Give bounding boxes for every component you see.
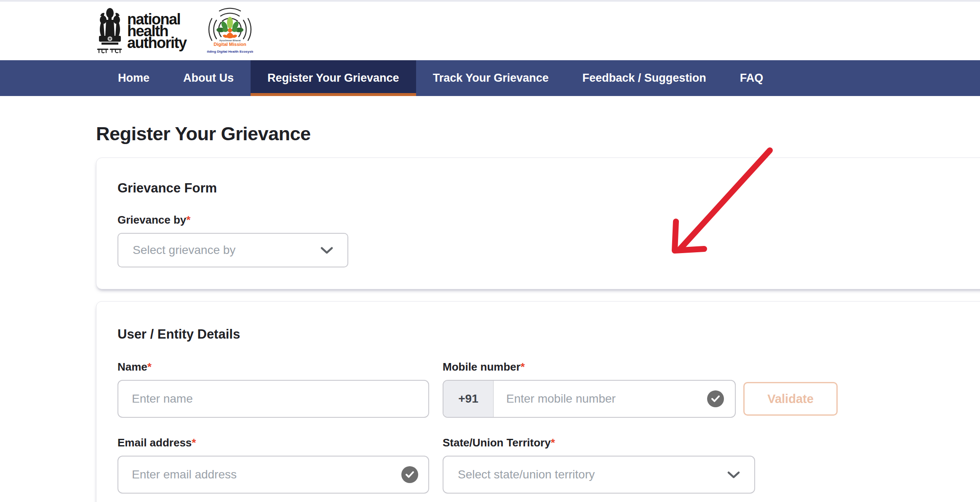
email-label: Email address*	[117, 436, 429, 449]
name-field-group: Name*	[117, 360, 429, 418]
nav-item-label: About Us	[183, 72, 234, 85]
required-asterisk: *	[521, 360, 525, 373]
nav-item-home[interactable]: Home	[101, 60, 166, 96]
grievance-by-label: Grievance by*	[117, 214, 980, 227]
mobile-input-group: +91	[443, 380, 736, 418]
email-field-group: Email address*	[117, 436, 429, 494]
mobile-number-input[interactable]	[494, 381, 735, 417]
nav-item-register-your-grievance[interactable]: Register Your Grievance	[251, 60, 416, 96]
grievance-by-select[interactable]: Select grievance by	[117, 233, 348, 267]
email-input-wrap	[117, 456, 429, 494]
abdm-title2-text: Digital Mission	[214, 42, 246, 47]
user-entity-heading: User / Entity Details	[117, 327, 980, 342]
state-select[interactable]: Select state/union territory	[443, 456, 755, 494]
name-input[interactable]	[117, 380, 429, 418]
site-header: national health authority	[0, 2, 980, 60]
nav-item-about-us[interactable]: About Us	[166, 60, 251, 96]
nha-wordmark-line3: authority	[127, 37, 187, 49]
state-label-text: State/Union Territory	[443, 436, 551, 449]
abdm-logo-icon[interactable]: Ayushman Bharat Digital Mission Building…	[207, 6, 253, 56]
grievance-by-select-placeholder: Select grievance by	[133, 243, 235, 257]
chevron-down-icon	[727, 471, 740, 478]
grievance-by-label-text: Grievance by	[117, 214, 186, 226]
grievance-form-card: Grievance Form Grievance by* Select grie…	[96, 158, 980, 289]
check-icon	[707, 390, 724, 407]
nav-item-label: Track Your Grievance	[433, 72, 549, 85]
required-asterisk: *	[192, 436, 196, 449]
email-label-text: Email address	[117, 436, 192, 449]
chevron-down-icon	[320, 247, 333, 254]
nav-item-faq[interactable]: FAQ	[723, 60, 780, 96]
grievance-form-heading: Grievance Form	[117, 181, 980, 196]
name-input-wrap	[117, 380, 429, 418]
india-emblem-icon	[96, 5, 124, 57]
form-row-1: Name* Mobile number* +91 Validate	[117, 360, 980, 418]
nav-item-label: Home	[118, 72, 150, 85]
name-label-text: Name	[117, 360, 147, 373]
email-input[interactable]	[117, 456, 429, 494]
nav-item-track-your-grievance[interactable]: Track Your Grievance	[416, 60, 566, 96]
form-row-2: Email address* State/Union Territory* Se…	[117, 436, 980, 494]
nav-item-label: Register Your Grievance	[267, 72, 399, 85]
nav-item-feedback-suggestion[interactable]: Feedback / Suggestion	[566, 60, 723, 96]
mobile-prefix: +91	[443, 381, 494, 417]
nha-wordmark: national health authority	[127, 13, 187, 49]
check-icon	[401, 466, 418, 483]
state-field-group: State/Union Territory* Select state/unio…	[443, 436, 755, 494]
main-nav: Home About Us Register Your Grievance Tr…	[0, 60, 980, 96]
required-asterisk: *	[186, 214, 190, 226]
required-asterisk: *	[147, 360, 152, 373]
main-content: Register Your Grievance Grievance Form G…	[0, 123, 980, 502]
user-entity-card: User / Entity Details Name* Mobile numbe…	[96, 301, 980, 502]
required-asterisk: *	[551, 436, 555, 449]
page-title: Register Your Grievance	[96, 123, 980, 145]
mobile-number-label: Mobile number*	[443, 360, 838, 374]
abdm-subtitle-text: Building Digital Health Ecosystem	[207, 50, 253, 53]
mobile-field-group: Mobile number* +91 Validate	[443, 360, 838, 418]
name-label: Name*	[117, 360, 429, 374]
state-label: State/Union Territory*	[443, 436, 755, 449]
mobile-label-text: Mobile number	[443, 360, 521, 373]
nha-logo[interactable]: national health authority	[96, 5, 187, 57]
nav-item-label: Feedback / Suggestion	[582, 72, 706, 85]
validate-button[interactable]: Validate	[743, 382, 838, 416]
state-select-placeholder: Select state/union territory	[458, 468, 595, 481]
mobile-row: +91 Validate	[443, 380, 838, 418]
nav-item-label: FAQ	[740, 72, 764, 85]
